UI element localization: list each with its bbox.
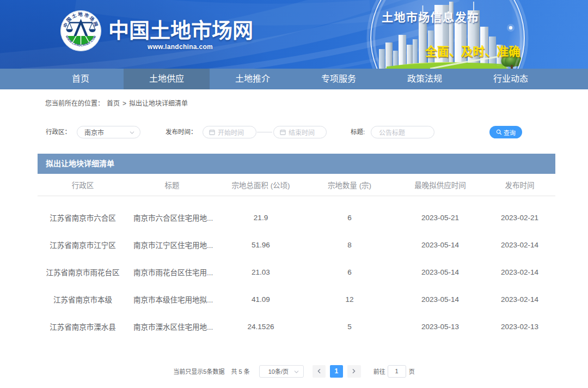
site-url: www.landchina.com — [148, 43, 213, 51]
start-date-input[interactable]: 开始时间 — [203, 126, 256, 138]
banner-slogan-sub: 全面、及时、准确 — [425, 42, 520, 59]
end-date-placeholder: 结束时间 — [289, 128, 315, 137]
site-banner: 中国土地市场网 WWW.LANDCHINA.COM 中国土地市场网 www.la… — [0, 0, 588, 69]
cell-region: 江苏省南京市雨花台区 — [38, 258, 128, 286]
page-number-1[interactable]: 1 — [330, 365, 344, 378]
cell-region: 江苏省南京市本级 — [38, 286, 128, 313]
cell-latest_supply_date: 2023-05-14 — [407, 258, 474, 286]
cell-title: 南京市溧水区住宅用地... — [128, 313, 229, 340]
filter-bar: 行政区： 南京市 发布时间： 开始时间 结束时间 标题: 公告标题 查询 — [0, 126, 588, 138]
cell-count: 5 — [292, 313, 407, 340]
breadcrumb-separator: > — [122, 100, 126, 107]
cell-publish_date: 2023-02-14 — [484, 286, 555, 313]
region-select[interactable]: 南京市 — [77, 126, 140, 138]
column-header-5: 最晚拟供应时间 — [407, 174, 474, 196]
cell-count: 6 — [292, 204, 407, 231]
land-parcel-table: 行政区标题宗地总面积 (公顷)宗地数量 (宗)最晚拟供应时间发布时间 江苏省南京… — [38, 174, 555, 340]
chevron-down-icon — [293, 369, 299, 375]
chevron-left-icon — [316, 368, 322, 374]
title-input-placeholder: 公告标题 — [379, 128, 405, 137]
goto-page-label: 前往 — [373, 367, 385, 375]
nav-item-2[interactable]: 土地供应 — [124, 69, 210, 89]
nav-item-3[interactable]: 土地推介 — [210, 69, 296, 89]
cell-title: 南京市江宁区住宅用地... — [128, 231, 229, 258]
title-input[interactable]: 公告标题 — [371, 126, 434, 138]
nav-item-4[interactable]: 专项服务 — [296, 69, 382, 89]
banner-slogan-main: 土地市场信息发布 — [382, 8, 479, 25]
breadcrumb-home-link[interactable]: 首页 — [107, 100, 120, 107]
cell-publish_date: 2023-02-13 — [484, 313, 555, 340]
panel-title-bar: 拟出让地块详细清单 — [38, 154, 555, 174]
page-size-select[interactable]: 10条/页 — [259, 365, 304, 378]
cell-count: 6 — [292, 258, 407, 286]
table-row[interactable]: 江苏省南京市雨花台区南京市雨花台区住宅用...21.0362023-05-142… — [38, 258, 555, 286]
end-date-input[interactable]: 结束时间 — [273, 126, 327, 138]
table-header-row: 行政区标题宗地总面积 (公顷)宗地数量 (宗)最晚拟供应时间发布时间 — [38, 174, 555, 196]
pagination-total: 共 5 条 — [231, 367, 249, 375]
table-row[interactable]: 江苏省南京市六合区南京市六合区住宅用地...21.962023-05-21202… — [38, 204, 555, 231]
title-filter-label: 标题: — [351, 126, 365, 138]
nav-item-1[interactable]: 首页 — [38, 69, 124, 89]
search-button[interactable]: 查询 — [489, 126, 522, 138]
cell-count: 8 — [292, 231, 407, 258]
chevron-down-icon — [129, 130, 135, 136]
nav-item-6[interactable]: 行业动态 — [468, 69, 554, 89]
cell-area: 21.9 — [229, 204, 292, 231]
table-row[interactable]: 江苏省南京市溧水县南京市溧水区住宅用地...24.152652023-05-13… — [38, 313, 555, 340]
nav-item-5[interactable]: 政策法规 — [382, 69, 468, 89]
site-title: 中国土地市场网 — [108, 14, 253, 44]
cell-title: 南京市本级住宅用地拟... — [128, 286, 229, 313]
breadcrumb-current: 拟出让地块详细清单 — [129, 100, 188, 107]
cell-latest_supply_date: 2023-05-14 — [407, 231, 474, 258]
cell-publish_date: 2023-02-14 — [484, 231, 555, 258]
date-filter-label: 发布时间： — [166, 126, 197, 138]
cell-latest_supply_date: 2023-05-21 — [407, 204, 474, 231]
column-header-6: 发布时间 — [484, 174, 555, 196]
pagination-info: 当前只显示5条数据 — [173, 367, 224, 375]
goto-page-suffix: 页 — [409, 367, 415, 375]
column-header-2: 标题 — [121, 174, 223, 196]
cell-title: 南京市雨花台区住宅用... — [128, 258, 229, 286]
main-nav: 首页土地供应土地推介专项服务政策法规行业动态 — [0, 69, 588, 89]
breadcrumb: 您当前所在的位置：首页>拟出让地块详细清单 — [45, 98, 188, 107]
cell-area: 51.96 — [229, 231, 292, 258]
page-size-value: 10条/页 — [268, 367, 289, 375]
search-icon — [496, 129, 502, 135]
cell-region: 江苏省南京市六合区 — [38, 204, 128, 231]
cell-region: 江苏省南京市江宁区 — [38, 231, 128, 258]
cell-area: 21.03 — [229, 258, 292, 286]
breadcrumb-prefix: 您当前所在的位置： — [45, 100, 104, 107]
date-range-separator — [257, 132, 272, 132]
chevron-right-icon — [351, 368, 357, 374]
pagination: 当前只显示5条数据 共 5 条 10条/页 1 前往 页 — [0, 365, 588, 378]
cell-area: 24.1526 — [229, 313, 292, 340]
goto-page-input[interactable] — [388, 365, 406, 378]
calendar-icon — [280, 129, 286, 135]
cell-area: 41.09 — [229, 286, 292, 313]
table-row[interactable]: 江苏省南京市江宁区南京市江宁区住宅用地...51.9682023-05-1420… — [38, 231, 555, 258]
search-button-label: 查询 — [504, 128, 516, 137]
prev-page-button[interactable] — [313, 365, 326, 378]
cell-count: 12 — [292, 286, 407, 313]
site-logo[interactable]: 中国土地市场网 WWW.LANDCHINA.COM — [60, 10, 101, 51]
column-header-1: 行政区 — [38, 174, 128, 196]
region-filter-label: 行政区： — [46, 126, 71, 138]
start-date-placeholder: 开始时间 — [218, 128, 244, 137]
cell-publish_date: 2023-02-21 — [484, 204, 555, 231]
calendar-icon — [209, 129, 215, 135]
next-page-button[interactable] — [347, 365, 361, 378]
cell-latest_supply_date: 2023-05-13 — [407, 313, 474, 340]
panel-title: 拟出让地块详细清单 — [46, 159, 114, 168]
cell-region: 江苏省南京市溧水县 — [38, 313, 128, 340]
region-select-value: 南京市 — [84, 128, 104, 137]
column-header-3: 宗地总面积 (公顷) — [229, 174, 292, 196]
cell-title: 南京市六合区住宅用地... — [128, 204, 229, 231]
cell-publish_date: 2023-02-14 — [484, 258, 555, 286]
table-row[interactable]: 江苏省南京市本级南京市本级住宅用地拟...41.09122023-05-1420… — [38, 286, 555, 313]
cell-latest_supply_date: 2023-05-14 — [407, 286, 474, 313]
column-header-4: 宗地数量 (宗) — [292, 174, 407, 196]
